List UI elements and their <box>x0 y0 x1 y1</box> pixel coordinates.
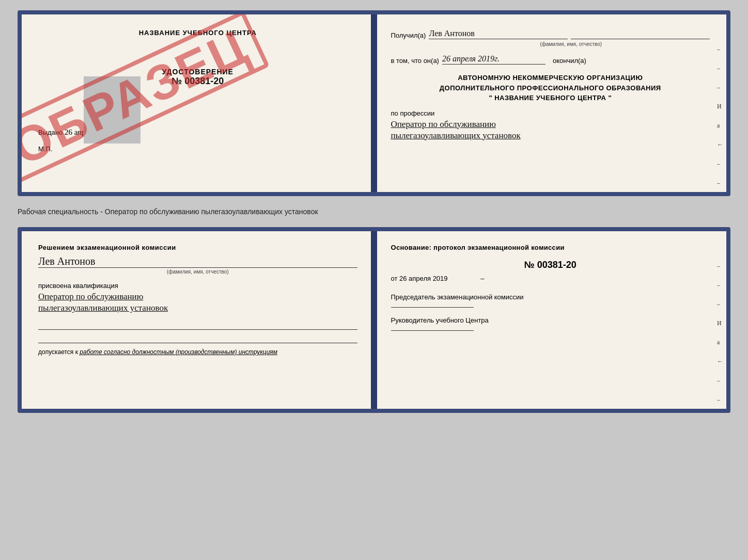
bottom-right-panel: Основание: протокол экзаменационной коми… <box>375 231 727 409</box>
vydano-label: Выдано <box>38 129 63 136</box>
vtom-label: в том, что он(а) <box>391 57 439 65</box>
ot-date-value: 26 апреля 2019 <box>399 275 448 282</box>
org-line3: " НАЗВАНИЕ УЧЕБНОГО ЦЕНТРА " <box>391 93 710 103</box>
profession-line1: Оператор по обслуживанию <box>391 119 710 130</box>
bottom-name: Лев Антонов <box>38 255 357 268</box>
bottom-qualification-line2: пылегазоулавливающих установок <box>38 303 357 313</box>
ot-prefix: от <box>391 275 398 282</box>
top-document-card: НАЗВАНИЕ УЧЕБНОГО ЦЕНТРА УДОСТОВЕРЕНИЕ №… <box>18 10 730 196</box>
top-right-side-marks: – – – И а ← – – – – <box>717 45 723 196</box>
fio-sublabel-top: (фамилия, имя, отчество) <box>432 41 710 47</box>
page-wrapper: НАЗВАНИЕ УЧЕБНОГО ЦЕНТРА УДОСТОВЕРЕНИЕ №… <box>18 10 730 413</box>
org-line2: ДОПОЛНИТЕЛЬНОГО ПРОФЕССИОНАЛЬНОГО ОБРАЗО… <box>391 83 710 93</box>
bottom-fio-sublabel: (фамилия, имя, отчество) <box>38 269 357 275</box>
bottom-underlines <box>38 321 357 343</box>
recipient-name: Лев Антонов <box>429 29 568 39</box>
bottom-qualification-line1: Оператор по обслуживанию <box>38 292 357 302</box>
rukovoditel-label: Руководитель учебного Центра <box>391 316 710 325</box>
okochil-label: окончил(а) <box>553 57 586 65</box>
mp-line: М.П. <box>38 145 357 153</box>
profession-line2: пылегазоулавливающих установок <box>391 131 710 141</box>
udost-label: УДОСТОВЕРЕНИЕ <box>38 68 357 76</box>
org-block: АВТОНОМНУЮ НЕКОММЕРЧЕСКУЮ ОРГАНИЗАЦИЮ ДО… <box>391 73 710 103</box>
underline-1 <box>38 321 357 330</box>
training-center-title: НАЗВАНИЕ УЧЕБНОГО ЦЕНТРА <box>38 29 357 37</box>
predsedatel-block: Председатель экзаменационной комиссии <box>391 293 710 308</box>
predsedatel-label: Председатель экзаменационной комиссии <box>391 293 710 302</box>
dopuskaetsya-text: допускается к работе согласно должностны… <box>38 348 357 356</box>
ot-date: от 26 апреля 2019 – <box>391 275 710 282</box>
poluchil-underline <box>571 39 710 39</box>
top-right-panel: Получил(а) Лев Антонов (фамилия, имя, от… <box>375 14 727 192</box>
bottom-right-side-marks: – – – И а ← – – – – <box>717 262 723 413</box>
org-line1: АВТОНОМНУЮ НЕКОММЕРЧЕСКУЮ ОРГАНИЗАЦИЮ <box>391 73 710 83</box>
prisvoena-label: присвоена квалификация <box>38 282 357 290</box>
vtom-date: 26 апреля 2019г. <box>442 54 546 65</box>
rukovoditel-signature-line <box>391 330 474 331</box>
poluchil-row: Получил(а) Лев Антонов <box>391 29 710 39</box>
between-label: Рабочая специальность - Оператор по обсл… <box>18 205 730 218</box>
underline-2 <box>38 334 357 343</box>
protocol-number: № 00381-20 <box>391 260 710 270</box>
predsedatel-signature-line <box>391 307 474 308</box>
ot-dash: – <box>480 275 484 282</box>
dopuskaetsya-value: работе согласно должностным (производств… <box>80 348 277 356</box>
photo-placeholder <box>84 76 141 143</box>
po-professii-label: по профессии <box>391 109 710 117</box>
bottom-left-panel: Решением экзаменационной комиссии Лев Ан… <box>22 231 375 409</box>
dopuskaetsya-label: допускается к <box>38 348 78 356</box>
resheniem-label: Решением экзаменационной комиссии <box>38 244 357 251</box>
top-left-panel: НАЗВАНИЕ УЧЕБНОГО ЦЕНТРА УДОСТОВЕРЕНИЕ №… <box>22 14 375 192</box>
vtom-row: в том, что он(а) 26 апреля 2019г. окончи… <box>391 54 710 65</box>
poluchil-label: Получил(а) <box>391 31 426 39</box>
osnov-label: Основание: протокол экзаменационной коми… <box>391 244 710 251</box>
bottom-document-card: Решением экзаменационной комиссии Лев Ан… <box>18 227 730 413</box>
